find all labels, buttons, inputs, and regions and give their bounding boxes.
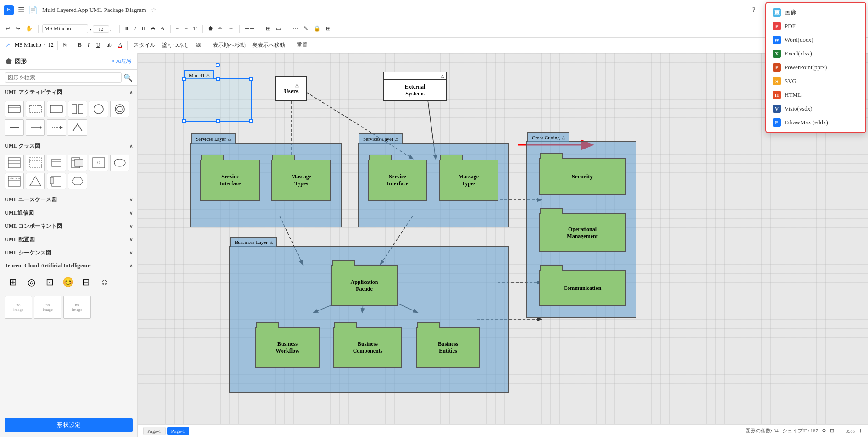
app-facade-folder[interactable]: ApplicationFacade <box>331 265 398 306</box>
handle-tl[interactable] <box>182 77 186 81</box>
users-actor[interactable]: △ Users <box>275 76 307 101</box>
services-layer-2-package[interactable]: Services Layer △ ServiceInterface Massag… <box>358 143 509 227</box>
menu-icon[interactable]: ☰ <box>17 6 26 15</box>
export-edrawmax-item[interactable]: E EdrawMax (eddx) <box>766 116 865 129</box>
no-image-3[interactable]: noimage <box>63 296 91 319</box>
no-image-2[interactable]: noimage <box>34 296 61 319</box>
fmt-copy-icon[interactable]: ⎘ <box>61 41 68 50</box>
sidebar-section-uml-sequence[interactable]: UML シーケンス図 ∨ <box>0 246 137 260</box>
edit-icon[interactable]: ✎ <box>302 24 310 33</box>
activity-shape-8[interactable] <box>26 119 45 136</box>
service-interface-2[interactable]: ServiceInterface <box>368 160 427 201</box>
export-word-item[interactable]: W Word(docx) <box>766 33 865 47</box>
handle-tr[interactable] <box>249 77 253 81</box>
font-size-down[interactable]: ‹ <box>90 26 92 32</box>
page-tab-1[interactable]: Page-1 <box>143 427 166 435</box>
rect-icon[interactable]: ▭ <box>274 24 283 33</box>
handle-br[interactable] <box>249 119 253 123</box>
fmt-reset[interactable]: 重置 <box>295 40 310 50</box>
align-center[interactable]: ≡ <box>182 24 189 33</box>
tencent-shape-4[interactable]: 😊 <box>60 274 76 290</box>
activity-shape-1[interactable] <box>5 101 24 117</box>
fmt-underline[interactable]: U <box>94 41 102 50</box>
tencent-shape-1[interactable]: ⊞ <box>5 274 21 290</box>
underline-button[interactable]: U <box>140 24 148 33</box>
fmt-font-color[interactable]: A <box>116 41 124 50</box>
canvas-area[interactable]: Model1 △ △ Users △ Externa <box>138 53 868 437</box>
model1-package[interactable]: Model1 △ <box>183 78 252 122</box>
sidebar-section-uml-comm[interactable]: UML通信図 ∨ <box>0 206 137 220</box>
add-page-button[interactable]: + <box>191 427 199 435</box>
undo-button[interactable]: ↩ <box>4 24 12 33</box>
grid-icon[interactable]: ⊞ <box>324 24 332 33</box>
cross-cutting-package[interactable]: Cross Cutting △ Security OperationalMana… <box>526 141 636 318</box>
massage-types-2[interactable]: MassageTypes <box>439 160 498 201</box>
lock-icon[interactable]: 🔒 <box>312 24 322 33</box>
rotate-handle[interactable] <box>216 63 220 67</box>
tencent-shape-6[interactable]: ☺ <box>96 274 113 290</box>
no-image-1[interactable]: noimage <box>5 296 32 319</box>
fmt-bold[interactable]: B <box>76 41 83 50</box>
export-image-item[interactable]: 🖼 画像 <box>766 6 865 19</box>
activity-shape-5[interactable] <box>89 101 108 117</box>
table-icon[interactable]: ⊞ <box>264 24 272 33</box>
fmt-to-back[interactable]: 奥表示へ移動 <box>250 40 287 50</box>
extra-tools[interactable]: ⋯ <box>291 24 300 33</box>
format-pointer[interactable]: ↗ <box>4 41 12 50</box>
fmt-italic[interactable]: I <box>86 41 92 50</box>
security-folder[interactable]: Security <box>539 158 626 195</box>
sidebar-section-tencent[interactable]: Tencent Cloud-Artificial Intelligence ∧ <box>0 260 137 272</box>
search-input[interactable] <box>5 72 122 83</box>
sidebar-section-uml-deploy[interactable]: UML 配置図 ∨ <box>0 233 137 246</box>
class-shape-7[interactable]: «interface» <box>5 173 24 189</box>
sidebar-section-uml-usecase[interactable]: UML ユースケース図 ∨ <box>0 193 137 206</box>
op-mgmt-folder[interactable]: OperationalManagement <box>539 213 626 252</box>
activity-shape-6[interactable] <box>110 101 129 117</box>
pencil-icon[interactable]: ✏ <box>216 24 225 33</box>
export-pdf-item[interactable]: P PDF <box>766 19 865 33</box>
activity-shape-7[interactable] <box>5 119 24 136</box>
strikethrough-button[interactable]: A <box>149 24 157 33</box>
tencent-shape-5[interactable]: ⊟ <box>78 274 94 290</box>
export-excel-item[interactable]: X Excel(xlsx) <box>766 47 865 61</box>
activity-shape-10[interactable] <box>68 119 87 136</box>
fmt-line[interactable]: 線 <box>194 40 203 50</box>
biz-components-folder[interactable]: BusinessComponents <box>333 327 402 368</box>
class-shape-3[interactable] <box>47 155 66 171</box>
redo-button[interactable]: ↪ <box>14 24 22 33</box>
fmt-style[interactable]: スタイル <box>132 40 157 50</box>
export-visio-item[interactable]: V Visio(vsdx) <box>766 102 865 116</box>
service-interface-1[interactable]: ServiceInterface <box>200 160 260 201</box>
activity-shape-2[interactable] <box>26 101 45 117</box>
line-style[interactable]: ─ ─ <box>243 24 256 33</box>
ai-btn[interactable]: ✦ AI記号 <box>111 58 132 65</box>
fit-icon[interactable]: ⊞ <box>830 428 834 434</box>
font-size-up[interactable]: › <box>110 26 112 32</box>
biz-entities-folder[interactable]: BusinessEntities <box>416 327 480 368</box>
shape-setting-button[interactable]: 形状設定 <box>5 418 133 432</box>
handle-tm[interactable] <box>216 77 220 81</box>
external-systems-box[interactable]: △ ExternalSystems <box>383 72 447 101</box>
sidebar-section-uml-component[interactable]: UML コンポーネント図 ∨ <box>0 220 137 233</box>
fmt-to-front[interactable]: 表示順へ移動 <box>211 40 248 50</box>
sidebar-section-uml-class[interactable]: UML クラス図 ∧ <box>0 139 137 153</box>
favorite-icon[interactable]: ☆ <box>151 6 157 14</box>
zoom-out-button[interactable]: − <box>838 427 842 435</box>
massage-types-1[interactable]: MassageTypes <box>271 160 331 201</box>
export-html-item[interactable]: H HTML <box>766 88 865 102</box>
font-color-button[interactable]: A <box>159 24 166 33</box>
class-shape-4[interactable] <box>68 155 87 171</box>
bussiness-layer-package[interactable]: Bussiness Layer △ ApplicationFacade Busi… <box>229 246 509 393</box>
services-layer-1-package[interactable]: Services Layer △ ServiceInterface Massag… <box>190 143 342 227</box>
hand-tool[interactable]: ✋ <box>24 24 34 33</box>
export-svg-item[interactable]: S SVG <box>766 74 865 88</box>
page-tab-active[interactable]: Page-1 <box>167 427 190 435</box>
font-select[interactable]: MS Mincho <box>42 24 88 33</box>
class-shape-9[interactable] <box>47 173 66 189</box>
export-pptx-item[interactable]: P PowerPoint(pptx) <box>766 61 865 74</box>
shape-icon[interactable]: ⬟ <box>206 24 215 33</box>
activity-shape-3[interactable] <box>47 101 66 117</box>
zoom-settings-icon[interactable]: ⚙ <box>822 428 826 434</box>
class-shape-2[interactable] <box>26 155 45 171</box>
activity-shape-4[interactable] <box>68 101 87 117</box>
